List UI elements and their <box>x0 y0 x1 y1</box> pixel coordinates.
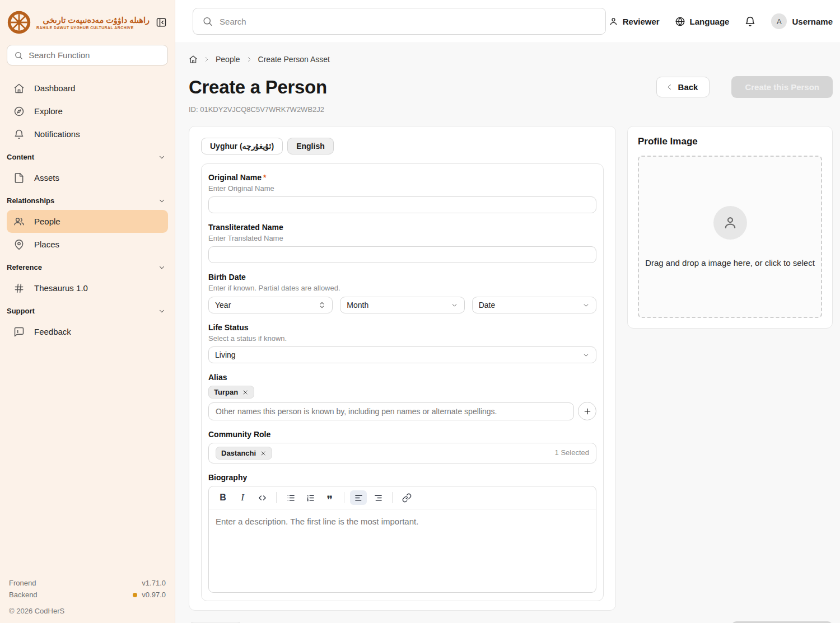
community-role-chip-label: Dastanchi <box>221 449 256 457</box>
link-button[interactable] <box>398 490 415 505</box>
sidebar-item-dashboard[interactable]: Dashboard <box>7 77 168 100</box>
sidebar-item-label: Notifications <box>34 129 80 139</box>
chevron-down-icon <box>451 302 458 309</box>
remove-chip-icon[interactable] <box>242 389 249 396</box>
alias-input[interactable] <box>208 402 574 420</box>
code-button[interactable] <box>254 490 270 505</box>
frontend-version: v1.71.0 <box>142 579 166 587</box>
birth-year-input[interactable]: Year <box>208 297 333 313</box>
chevron-down-icon <box>158 264 166 271</box>
original-name-group: Original Name* Enter Original Name <box>208 173 596 213</box>
logo-title-uyghur: راھىلە داۋۇت مەدەنىيەت تارىخى <box>36 16 150 25</box>
bold-button[interactable]: B <box>214 490 231 505</box>
birth-day-select[interactable]: Date <box>472 297 596 313</box>
sidebar-item-label: Explore <box>34 106 63 116</box>
community-role-chip: Dastanchi <box>216 447 272 460</box>
sidebar-section-relationships[interactable]: Relationships <box>0 189 175 210</box>
life-status-select[interactable]: Living <box>208 346 596 363</box>
original-name-input[interactable] <box>208 196 596 213</box>
hash-icon <box>13 283 25 294</box>
sidebar-item-notifications[interactable]: Notifications <box>7 123 168 146</box>
asset-id: ID: 01KDY2VJCQ8C5V7WRK7W2WB2J2 <box>189 105 833 114</box>
breadcrumb-people[interactable]: People <box>216 55 240 64</box>
page-title: Create a Person <box>189 77 327 98</box>
user-menu[interactable]: A Username <box>771 13 833 29</box>
backend-label: Backend <box>9 591 38 599</box>
home-icon <box>13 83 25 94</box>
sidebar-search-input[interactable] <box>29 50 161 60</box>
selected-count: 1 Selected <box>555 448 589 457</box>
file-icon <box>13 172 25 184</box>
avatar-placeholder <box>713 206 747 240</box>
tab-uyghur[interactable]: Uyghur (ئۇيغۇرچە) <box>201 138 283 154</box>
sidebar-item-feedback[interactable]: Feedback <box>7 320 168 343</box>
transliterated-name-hint: Enter Translated Name <box>208 234 596 242</box>
create-label: Create this Person <box>745 82 819 92</box>
home-icon[interactable] <box>189 55 198 64</box>
status-dot <box>133 593 137 597</box>
image-dropzone[interactable]: Drag and drop a image here, or click to … <box>638 156 822 318</box>
transliterated-name-label: Transliterated Name <box>208 223 596 232</box>
remove-chip-icon[interactable] <box>260 450 267 457</box>
logo-text: راھىلە داۋۇت مەدەنىيەت تارىخى RAHILE DAW… <box>36 16 150 30</box>
language-menu[interactable]: Language <box>675 16 730 27</box>
toolbar-divider <box>392 492 393 503</box>
original-name-label: Original Name* <box>208 173 596 182</box>
biography-group: Biography B I <box>208 473 596 593</box>
sidebar-section-reference[interactable]: Reference <box>0 256 175 277</box>
align-right-button[interactable] <box>370 490 386 505</box>
sidebar-collapse-button[interactable] <box>155 16 168 29</box>
person-form-card: Uyghur (ئۇيغۇرچە) English Original Name*… <box>189 126 616 611</box>
backend-version-row: Backend v0.97.0 <box>9 591 166 599</box>
month-placeholder: Month <box>347 301 368 310</box>
back-button[interactable]: Back <box>656 77 710 97</box>
sidebar-item-explore[interactable]: Explore <box>7 100 168 123</box>
message-square-icon <box>13 326 25 338</box>
tab-english[interactable]: English <box>287 138 334 154</box>
create-person-button[interactable]: Create this Person <box>731 76 833 98</box>
sidebar-section-content[interactable]: Content <box>0 146 175 166</box>
title-row: Create a Person Back Create this Person <box>189 76 833 98</box>
bullet-list-button[interactable] <box>282 490 299 505</box>
community-role-select[interactable]: Dastanchi 1 Selected <box>208 443 596 463</box>
sidebar-item-label: Assets <box>34 173 59 182</box>
sidebar-item-people[interactable]: People <box>7 210 168 233</box>
bullet-list-icon <box>286 493 296 503</box>
stepper-icon[interactable] <box>318 301 326 309</box>
life-status-value: Living <box>215 350 236 359</box>
sidebar-search[interactable] <box>7 45 168 65</box>
sidebar-section-support[interactable]: Support <box>0 299 175 320</box>
italic-button[interactable]: I <box>234 490 251 505</box>
notifications-button[interactable] <box>744 16 756 27</box>
sidebar-item-label: Feedback <box>34 327 71 336</box>
frontend-version-row: Fronend v1.71.0 <box>9 579 166 587</box>
blockquote-button[interactable]: ❞ <box>321 490 338 505</box>
wheel-logo-icon <box>7 10 31 35</box>
biography-textarea[interactable]: Enter a description. The first line is t… <box>209 509 596 592</box>
chevron-right-icon <box>203 56 210 63</box>
back-label: Back <box>678 82 698 92</box>
sidebar-item-label: Dashboard <box>34 83 75 93</box>
globe-icon <box>675 16 685 27</box>
transliterated-name-input[interactable] <box>208 246 596 263</box>
align-left-button[interactable] <box>350 490 367 505</box>
add-alias-button[interactable] <box>578 402 596 420</box>
align-left-icon <box>354 493 363 503</box>
birth-date-group: Birth Date Enter if known. Partial dates… <box>208 273 596 313</box>
search-icon <box>202 16 213 27</box>
sidebar: راھىلە داۋۇت مەدەنىيەت تارىخى RAHILE DAW… <box>0 0 175 623</box>
sidebar-item-places[interactable]: Places <box>7 233 168 256</box>
logo-row: راھىلە داۋۇت مەدەنىيەت تارىخى RAHILE DAW… <box>0 0 175 43</box>
ordered-list-icon <box>306 493 315 503</box>
life-status-hint: Select a status if known. <box>208 334 596 343</box>
global-search[interactable] <box>193 8 606 35</box>
global-search-input[interactable] <box>220 17 596 26</box>
sidebar-item-assets[interactable]: Assets <box>7 166 168 189</box>
dropzone-text: Drag and drop a image here, or click to … <box>645 258 815 268</box>
reviewer-menu[interactable]: Reviewer <box>609 17 660 26</box>
birth-month-select[interactable]: Month <box>340 297 464 313</box>
sidebar-item-thesaurus[interactable]: Thesaurus 1.0 <box>7 277 168 299</box>
ordered-list-button[interactable] <box>302 490 319 505</box>
sidebar-footer: Fronend v1.71.0 Backend v0.97.0 © 2026 C… <box>0 573 175 623</box>
toolbar-divider <box>276 492 277 503</box>
